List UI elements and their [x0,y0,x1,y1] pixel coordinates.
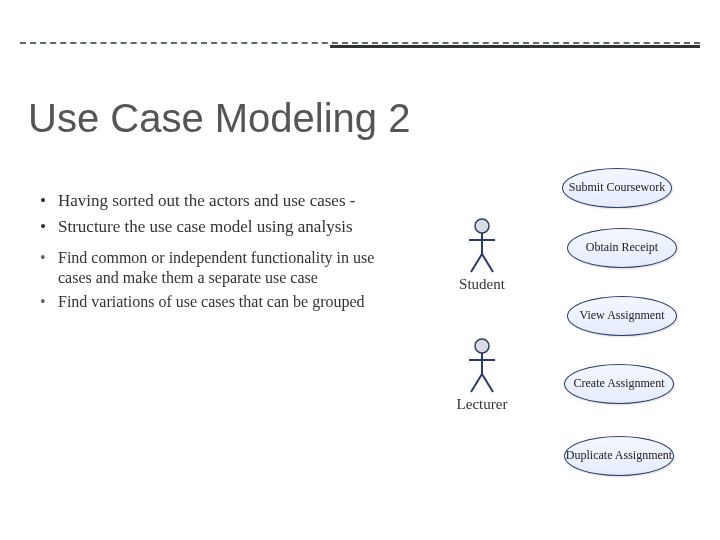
svg-line-4 [482,254,493,272]
stick-figure-icon [465,338,499,394]
stick-figure-icon [465,218,499,274]
actor-student: Student [452,218,512,293]
sub-bullet-1: Find common or independent functionality… [40,248,380,289]
slide-title: Use Case Modeling 2 [28,96,410,141]
actor-lecturer: Lecturer [452,338,512,413]
svg-point-5 [475,339,489,353]
bullet-1: Having sorted out the actors and use cas… [40,190,380,212]
body-text: Having sorted out the actors and use cas… [40,190,380,317]
usecase-duplicate-assignment: Duplicate Assignment [564,436,674,476]
bullet-2: Structure the use case model using analy… [40,216,380,238]
sub-bullet-2: Find variations of use cases that can be… [40,292,380,312]
svg-line-8 [471,374,482,392]
svg-point-0 [475,219,489,233]
svg-line-9 [482,374,493,392]
header-rule [20,42,700,48]
use-case-diagram: Student Lecturer Submit Coursework Obtai… [412,168,692,498]
usecase-submit-coursework: Submit Coursework [562,168,672,208]
usecase-create-assignment: Create Assignment [564,364,674,404]
usecase-view-assignment: View Assignment [567,296,677,336]
actor-lecturer-label: Lecturer [452,396,512,413]
actor-student-label: Student [452,276,512,293]
usecase-obtain-receipt: Obtain Receipt [567,228,677,268]
svg-line-3 [471,254,482,272]
